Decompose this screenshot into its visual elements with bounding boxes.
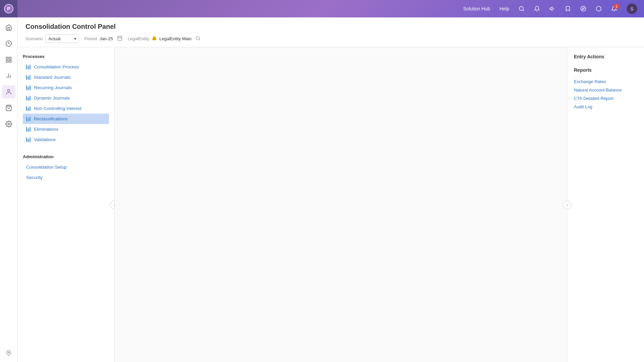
sidebar-item-non-controlling-interest[interactable]: Non Controlling Interest: [23, 103, 109, 114]
recent-icon-button[interactable]: [2, 37, 15, 50]
help-link[interactable]: Help: [499, 6, 509, 11]
packages-icon-button[interactable]: [2, 101, 15, 115]
administration-section-title: Administration: [23, 154, 109, 159]
left-panel-toggle[interactable]: ‹: [110, 200, 115, 209]
eliminations-icon: [26, 127, 31, 132]
svg-rect-11: [6, 60, 8, 62]
svg-line-3: [523, 10, 524, 11]
consolidation-process-icon: [26, 65, 31, 69]
sidebar-item-reclassifications[interactable]: Reclassifications: [23, 114, 109, 124]
period-label: Period: [84, 36, 97, 41]
standard-journals-icon: [26, 75, 31, 80]
legal-entity-value: LegalEntity Main: [159, 36, 192, 41]
security-label: Security: [26, 175, 43, 180]
left-panel: Processes Consolidation Process Standard…: [17, 47, 115, 362]
svg-point-5: [581, 6, 586, 11]
pin-icon[interactable]: [6, 350, 11, 357]
alert-bell-button[interactable]: 1: [611, 6, 617, 12]
svg-rect-19: [118, 37, 122, 41]
audit-log-link[interactable]: Audit Log: [574, 103, 637, 111]
eliminations-label: Eliminations: [34, 127, 58, 132]
entry-actions-title: Entry Actions: [574, 54, 637, 59]
sidebar-item-validations[interactable]: Validations: [23, 134, 109, 145]
sidebar-item-dynamic-journals[interactable]: Dynamic Journals: [23, 93, 109, 103]
scenario-dropdown-arrow[interactable]: ▾: [74, 36, 76, 41]
people-icon-button[interactable]: [2, 85, 15, 99]
sidebar-item-recurring-journals[interactable]: Recurring Journals: [23, 82, 109, 93]
sidebar-item-consolidation-setup[interactable]: Consolidation Setup: [23, 162, 109, 172]
period-filter: Period Jan-25: [84, 36, 122, 42]
reports-title: Reports: [574, 67, 637, 73]
icon-bar: [0, 17, 17, 362]
period-value: Jan-25: [100, 36, 113, 41]
page-header: Consolidation Control Panel Scenario Act…: [17, 17, 644, 47]
box-button[interactable]: [596, 6, 602, 12]
cta-detailed-report-link[interactable]: CTA Detailed Report: [574, 94, 637, 103]
right-panel-toggle[interactable]: ›: [563, 200, 572, 209]
non-controlling-interest-label: Non Controlling Interest: [34, 106, 82, 111]
legal-entity-search-icon[interactable]: [196, 36, 201, 42]
consolidation-setup-label: Consolidation Setup: [26, 165, 67, 170]
filter-bar: Scenario Actual ▾ Period Jan-25 LegalEnt…: [25, 35, 636, 43]
compass-button[interactable]: [580, 6, 586, 12]
notifications-bell-button[interactable]: [534, 6, 540, 12]
bookmark-button[interactable]: [565, 6, 571, 12]
search-button[interactable]: [519, 6, 525, 12]
center-panel: [115, 47, 567, 362]
validations-label: Validations: [34, 137, 56, 142]
svg-marker-4: [550, 7, 552, 11]
settings-icon-button[interactable]: [2, 117, 15, 131]
processes-section-title: Processes: [23, 54, 109, 59]
svg-rect-9: [9, 57, 11, 59]
svg-rect-23: [153, 38, 156, 40]
dynamic-journals-label: Dynamic Journals: [34, 96, 70, 101]
svg-marker-6: [582, 8, 584, 10]
sidebar-item-standard-journals[interactable]: Standard Journals: [23, 72, 109, 82]
validations-icon: [26, 137, 31, 142]
recurring-journals-label: Recurring Journals: [34, 85, 72, 90]
home-icon-button[interactable]: [2, 21, 15, 34]
apps-icon-button[interactable]: [2, 53, 15, 66]
reports-icon-button[interactable]: [2, 69, 15, 82]
user-avatar-button[interactable]: S: [627, 3, 637, 14]
right-panel: › Entry Actions Reports Exchange Rates N…: [567, 47, 644, 362]
svg-point-17: [8, 123, 9, 125]
app-logo[interactable]: P: [0, 0, 17, 17]
legal-entity-filter: LegalEntity LegalEntity Main: [128, 36, 201, 42]
svg-point-18: [8, 352, 9, 353]
svg-rect-10: [9, 60, 11, 62]
scenario-value: Actual: [48, 36, 60, 41]
solution-hub-link[interactable]: Solution Hub: [463, 6, 490, 11]
scenario-filter: Scenario Actual ▾: [25, 35, 79, 43]
page-title: Consolidation Control Panel: [25, 23, 636, 31]
legal-entity-label: LegalEntity: [128, 36, 149, 41]
svg-line-25: [199, 39, 200, 40]
notification-badge: 1: [614, 4, 619, 9]
dynamic-journals-icon: [26, 96, 31, 101]
standard-journals-label: Standard Journals: [34, 75, 71, 80]
consolidation-process-label: Consolidation Process: [34, 64, 79, 69]
reclassifications-label: Reclassifications: [34, 116, 68, 121]
megaphone-button[interactable]: [549, 6, 555, 12]
svg-point-24: [196, 36, 200, 40]
sidebar-item-security[interactable]: Security: [23, 172, 109, 183]
calendar-icon[interactable]: [117, 36, 122, 42]
svg-point-2: [519, 6, 523, 10]
svg-rect-8: [6, 57, 8, 59]
exchange-rates-link[interactable]: Exchange Rates: [574, 77, 637, 86]
natural-account-balance-link[interactable]: Natural Account Balance: [574, 86, 637, 94]
non-controlling-interest-icon: [26, 106, 31, 111]
sidebar-item-consolidation-process[interactable]: Consolidation Process: [23, 62, 109, 72]
svg-point-15: [7, 89, 10, 92]
scenario-label: Scenario: [25, 36, 43, 41]
sidebar-item-eliminations[interactable]: Eliminations: [23, 124, 109, 134]
svg-text:P: P: [7, 6, 10, 11]
recurring-journals-icon: [26, 85, 31, 90]
reclassifications-icon: [26, 117, 31, 121]
lock-icon: [152, 36, 157, 42]
